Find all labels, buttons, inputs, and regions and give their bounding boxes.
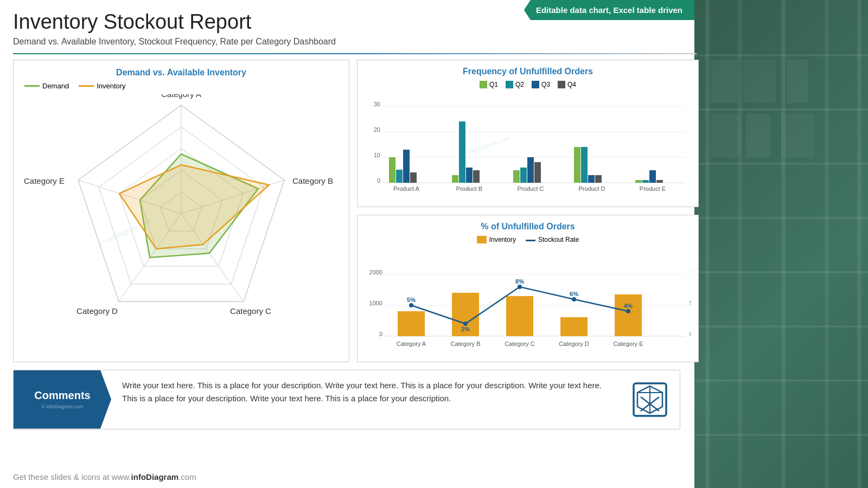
- svg-text:20: 20: [374, 126, 380, 133]
- bar-product-a-q4: [410, 172, 417, 183]
- svg-rect-7: [694, 108, 868, 111]
- svg-text:Category D: Category D: [76, 306, 118, 316]
- bar-product-b-q2: [459, 121, 465, 183]
- inventory-bar-icon: [477, 236, 487, 243]
- bar-product-e-q4: [656, 180, 663, 183]
- svg-rect-2: [738, 0, 742, 488]
- svg-text:Category E: Category E: [24, 176, 65, 185]
- radar-svg: © infoDiagram.com: [24, 94, 339, 322]
- bar-product-b-q3: [466, 168, 473, 183]
- demand-line-icon: [24, 85, 40, 87]
- svg-text:0: 0: [379, 331, 382, 337]
- svg-text:5%: 5%: [690, 300, 691, 306]
- svg-rect-12: [694, 380, 868, 382]
- frequency-chart-card: Frequency of Unfulfilled Orders Q1 Q2 Q3: [357, 60, 699, 207]
- unfulfilled-chart-card: % of Unfulfilled Orders Inventory Stocko…: [357, 215, 699, 362]
- comments-watermark: © infoDiagram.com: [41, 404, 83, 409]
- dot-e: [626, 309, 630, 313]
- svg-text:Product E: Product E: [640, 185, 666, 192]
- svg-rect-6: [694, 54, 868, 56]
- svg-rect-13: [694, 434, 868, 436]
- svg-text:Category C: Category C: [505, 341, 535, 347]
- legend-inventory-bar: Inventory: [477, 236, 516, 243]
- svg-rect-10: [694, 271, 868, 273]
- bar-product-a-q1: [389, 157, 395, 183]
- q4-icon: [558, 81, 565, 88]
- comments-left: Comments © infoDiagram.com: [14, 370, 111, 429]
- svg-rect-18: [746, 114, 770, 157]
- svg-rect-5: [857, 0, 861, 488]
- svg-text:1000: 1000: [369, 300, 382, 306]
- svg-text:30: 30: [374, 101, 380, 107]
- dot-a: [409, 303, 413, 307]
- comments-section: Comments © infoDiagram.com Write your te…: [13, 370, 680, 429]
- legend-q1: Q1: [480, 81, 498, 88]
- comments-label: Comments: [34, 389, 90, 402]
- bar-product-d-q4: [595, 175, 602, 183]
- bg-overlay: [694, 0, 868, 488]
- radar-chart-title: Demand vs. Available Inventory: [19, 68, 343, 78]
- svg-rect-15: [743, 60, 776, 103]
- bar-cat-a: [398, 311, 425, 336]
- svg-rect-3: [781, 0, 786, 488]
- q3-label: Q3: [541, 81, 550, 88]
- svg-rect-14: [711, 60, 738, 103]
- radar-legend: Demand Inventory: [19, 82, 343, 90]
- svg-rect-9: [694, 217, 868, 219]
- svg-text:0%: 0%: [690, 331, 691, 337]
- comments-icon-area: [620, 370, 680, 429]
- q1-label: Q1: [489, 81, 498, 88]
- svg-text:6%: 6%: [570, 291, 578, 297]
- q2-icon: [506, 81, 513, 88]
- bar-product-a-q2: [396, 170, 403, 183]
- bar-product-a-q3: [403, 150, 410, 183]
- svg-text:Category D: Category D: [559, 341, 589, 347]
- legend-stockout-rate: Stockout Rate: [526, 236, 579, 243]
- svg-text:Product A: Product A: [393, 185, 419, 192]
- inventory-line-icon: [79, 85, 94, 87]
- legend-inventory: Inventory: [79, 82, 125, 90]
- demand-label: Demand: [42, 82, 69, 90]
- main-container: Inventory Stockout Report Demand vs. Ava…: [0, 0, 694, 435]
- svg-text:Category A: Category A: [397, 341, 426, 347]
- svg-text:Product C: Product C: [518, 185, 544, 192]
- svg-text:Product D: Product D: [579, 185, 605, 192]
- dot-d: [572, 297, 576, 301]
- svg-text:Category A: Category A: [161, 94, 201, 99]
- footer-brand: infoDiagram: [131, 472, 179, 481]
- svg-text:2%: 2%: [461, 326, 470, 332]
- charts-row: Demand vs. Available Inventory Demand In…: [13, 60, 681, 362]
- bar-product-c-q4: [534, 162, 541, 183]
- bar-product-b-q4: [473, 170, 480, 183]
- svg-rect-17: [711, 114, 741, 157]
- bar-product-b-q1: [452, 175, 458, 183]
- svg-text:Category B: Category B: [292, 176, 333, 185]
- footer: Get these slides & icons at www.infoDiag…: [13, 472, 196, 481]
- inventory-label: Inventory: [97, 82, 125, 90]
- svg-text:© infoDiagram.com: © infoDiagram.com: [461, 134, 512, 158]
- svg-rect-1: [705, 0, 710, 488]
- footer-suffix: .com: [178, 472, 196, 481]
- svg-text:2000: 2000: [369, 269, 382, 275]
- svg-text:Product B: Product B: [456, 185, 482, 192]
- legend-q2: Q2: [506, 81, 524, 88]
- svg-text:Category B: Category B: [450, 341, 480, 347]
- excel-icon: [631, 381, 669, 419]
- bar-product-e-q1: [635, 180, 642, 183]
- bar-product-e-q2: [642, 180, 649, 183]
- stockout-line-icon: [526, 240, 535, 241]
- editable-badge: Editable data chart, Excel table driven: [524, 0, 694, 20]
- badge-text: Editable data chart, Excel table driven: [536, 5, 682, 15]
- q3-icon: [532, 81, 539, 88]
- frequency-chart-title: Frequency of Unfulfilled Orders: [365, 67, 691, 76]
- bar-product-e-q3: [649, 170, 656, 183]
- bar-product-d-q2: [581, 147, 588, 183]
- unfulfilled-svg: © infoDiagram.com 0 1000 2000 0% 5% 10%: [365, 247, 691, 355]
- q1-icon: [480, 81, 487, 88]
- unfulfilled-chart-title: % of Unfulfilled Orders: [365, 222, 691, 232]
- legend-q4: Q4: [558, 81, 576, 88]
- inventory-bar-label: Inventory: [489, 236, 516, 243]
- right-charts: Frequency of Unfulfilled Orders Q1 Q2 Q3: [357, 60, 699, 362]
- legend-q3: Q3: [532, 81, 550, 88]
- frequency-svg: © infoDiagram.com 0 10 20 30: [365, 92, 691, 200]
